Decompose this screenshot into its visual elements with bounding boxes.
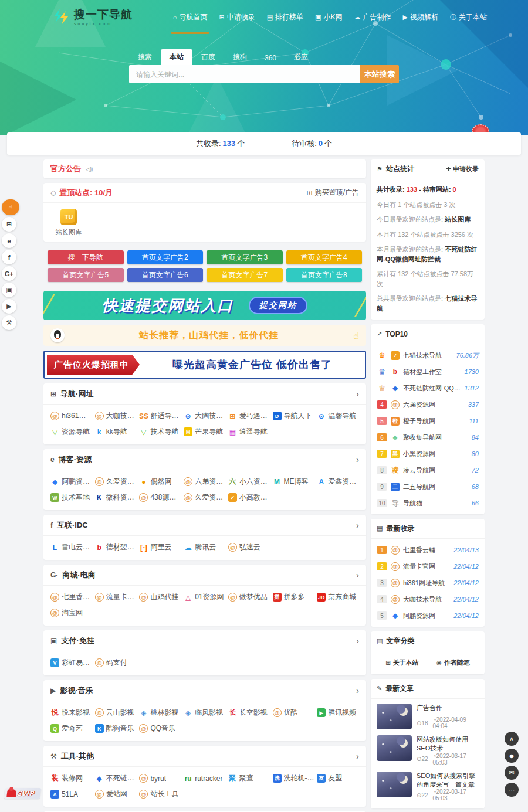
site-link-item[interactable]: @ 七里香云铺 [50,589,93,605]
site-link-item[interactable]: △ 01资源网 [184,589,226,605]
text-ad-button[interactable]: 首页文字广告2 [127,250,204,264]
site-link-item[interactable]: @ 优酷 [273,705,315,721]
top10-row[interactable]: 6 ♣ 聚收集导航网 84 [377,429,479,446]
latest-included-row[interactable]: 2 @ 流量卡官网 22/04/12 [377,558,479,575]
top10-row[interactable]: ♛ b 德材翌工作室 1730 [377,363,479,380]
site-link-item[interactable]: L 雷电云网... [50,539,93,555]
site-link-item[interactable]: @ QQ音乐 [139,721,181,736]
site-link-item[interactable]: ▽ 资源导航 [50,424,93,440]
latest-included-row[interactable]: 5 ◆ 阿鹏资源网 22/04/12 [377,607,479,624]
nav-item[interactable]: ▤ 排行榜单 [267,8,303,27]
site-link-item[interactable]: M 芒果导航 [184,424,226,440]
site-link-item[interactable]: @ 码支付 [95,655,137,671]
section-more-chevron[interactable]: › [356,686,359,695]
site-link-item[interactable]: @ 久爱资源网 [184,490,226,505]
site-link-item[interactable]: ru rutracker [184,770,226,786]
dock-mail-contact-button[interactable]: ✉ [505,766,519,780]
site-link-item[interactable]: @ 弘速云 [228,539,270,555]
site-link-item[interactable]: b 德材翌工... [95,539,137,555]
site-link-item[interactable]: [-] 阿里云 [139,539,181,555]
site-link-item[interactable]: @ 流量卡官网 [95,589,137,605]
text-ad-button[interactable]: 首页文字广告4 [286,250,363,264]
top10-row[interactable]: 4 @ 六弟资源网 337 [377,396,479,413]
top10-row[interactable]: 7 黑 小黑资源网 80 [377,446,479,462]
nav-item[interactable]: ⊞ 申请收录 [219,8,255,27]
top10-row[interactable]: 9 二 二五导航网 68 [377,478,479,495]
site-link-item[interactable]: K 微科资源网 [95,490,137,505]
search-engine-tab[interactable]: 必应 [285,49,317,65]
article-item[interactable]: 广告合作 ⊙18 ◔2022-04-09 04:04 [377,704,479,729]
site-link-item[interactable]: 拼 拼多多 [273,589,315,605]
search-engine-tab[interactable]: 本站 [161,49,192,65]
site-link-item[interactable]: @ 淘宝网 [50,605,93,621]
site-link-item[interactable]: V 彩虹易支付 [50,655,93,671]
site-link-item[interactable]: @ byrut [139,770,181,786]
site-search-button[interactable]: 本站搜索 [360,65,399,83]
nav-item[interactable]: ⌂ 导航首页 [173,8,208,27]
site-link-item[interactable]: SS 舒适导航网 [139,408,181,424]
site-link-item[interactable]: A 爱鑫资源网 [317,474,359,490]
site-link-item[interactable]: ▦ 逍遥导航 [228,424,270,440]
article-category[interactable]: ◉ 作者随笔 [436,658,470,667]
submit-site-button[interactable]: 提交网站 [249,297,307,314]
nav-item[interactable]: ⓘ 关于本站 [450,8,487,27]
article-item[interactable]: 网站改版如何使用SEO技术 ⊙22 ◔2022-03-17 05:03 [377,735,479,766]
dock-idc-button[interactable]: f [2,250,16,264]
site-link-item[interactable]: @ 大咖技术... [95,408,137,424]
dock-blog-res-button[interactable]: e [2,233,16,248]
dock-nav-sites-button[interactable]: ⊞ [2,217,16,232]
site-link-item[interactable]: Λ 51LA [50,786,93,802]
text-ad-button[interactable]: 首页文字广告6 [127,268,204,282]
text-ad-button[interactable]: 首页文字广告8 [286,268,363,282]
nav-item[interactable]: ▣ 小K网 [315,8,342,27]
site-link-item[interactable]: 悦 悦来影视 [50,705,93,721]
search-engine-tab[interactable]: 百度 [192,49,224,65]
site-logo[interactable]: 搜一下导航 souyix.com [52,9,133,26]
site-link-item[interactable]: @ 六弟资源网 [184,474,226,490]
search-input[interactable] [129,65,360,83]
text-ad-button[interactable]: 首页文字广告5 [48,268,124,282]
text-ad-button[interactable]: 首页文字广告7 [207,268,283,282]
site-link-item[interactable]: 六 小六资源网 [228,474,270,490]
site-link-item[interactable]: ✔ 小高教学网 [228,490,270,505]
dock-like-button[interactable]: ☝ [2,199,19,215]
search-engine-tab[interactable]: 360 [256,51,285,65]
site-link-item[interactable]: ⊙ 温馨导航 [317,408,359,424]
site-link-item[interactable]: ◆ 不死链防... [95,770,137,786]
nav-item[interactable]: ☁ 广告制作 [354,8,391,27]
text-ad-button[interactable]: 首页文字广告3 [207,250,283,264]
site-link-item[interactable]: 装 装修网 [50,770,93,786]
section-more-chevron[interactable]: › [356,389,359,398]
site-link-item[interactable]: D 导航天下 [273,408,315,424]
section-more-chevron[interactable]: › [356,455,359,464]
site-link-item[interactable]: W 技术基地 [50,490,93,505]
text-ad-button[interactable]: 搜一下导航 [48,250,124,264]
site-link-item[interactable]: ● 偶然网 [139,474,181,490]
article-category[interactable]: ⊞ 关于本站 [385,658,418,667]
site-link-item[interactable]: ◈ 桃林影视 [139,705,181,721]
recommend-banner[interactable]: 站长推荐，山鸡代挂，低价代挂 ☝ [43,325,366,346]
svip-badge[interactable]: SVIP [4,788,42,799]
site-link-item[interactable]: ◈ 临风影视 [184,705,226,721]
search-engine-tab[interactable]: 搜索 [129,49,161,65]
dock-qq-contact-button[interactable]: ☻ [505,749,519,763]
section-more-chevron[interactable]: › [356,521,359,529]
site-link-item[interactable]: 友 友盟 [317,770,359,786]
site-link-item[interactable]: ⊙ 大陶技术... [184,408,226,424]
section-more-chevron[interactable]: › [356,636,359,645]
nav-item[interactable]: ▶ 视频解析 [403,8,438,27]
site-link-item[interactable]: @ 站长工具 [139,786,181,802]
site-link-item[interactable]: 长 长空影视 [228,705,270,721]
ad-rent-banner[interactable]: 广告位火爆招租中 曝光超高黄金广告位 低价出售了 [43,351,366,379]
section-more-chevron[interactable]: › [356,570,359,579]
site-link-item[interactable]: @ 做梦优品 [228,589,270,605]
article-item[interactable]: SEO如何从搜索引擎的角度来写一篇文章 ⊙22 ◔2022-03-17 05:0… [377,772,479,802]
site-link-item[interactable]: K 酷狗音乐 [95,721,137,736]
site-link-item[interactable]: 聚 聚查 [228,770,270,786]
site-link-item[interactable]: k kk导航 [95,424,137,440]
dock-back-to-top-button[interactable]: ∧ [505,732,519,746]
site-link-item[interactable]: @ 云山影视 [95,705,137,721]
latest-included-row[interactable]: 3 @ hi361网址导航 22/04/12 [377,575,479,591]
site-link-item[interactable]: @ 438源码站 [139,490,181,505]
top10-row[interactable]: ♛ 7 七猫技术导航 76.86万 [377,347,479,363]
